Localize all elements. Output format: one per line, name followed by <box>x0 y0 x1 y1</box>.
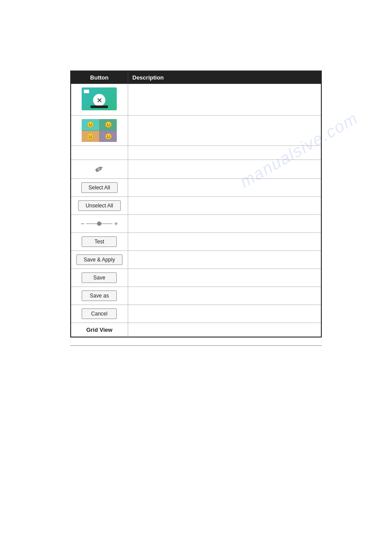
description-cell-2 <box>128 116 321 146</box>
description-cell-5 <box>128 179 321 197</box>
cancel-cell: Cancel <box>71 305 128 323</box>
table-row: 😐 😐 😐 😐 <box>71 116 321 146</box>
select-all-cell: Select All <box>71 179 128 197</box>
grid-view-cell: Grid View <box>71 323 128 337</box>
slider-container: − + <box>73 218 126 229</box>
unselect-all-button[interactable]: Unselect All <box>78 200 121 211</box>
slider-track[interactable] <box>86 223 112 224</box>
table-row: Select All <box>71 179 321 197</box>
col-header-button: Button <box>71 71 128 84</box>
grid-cell-2: 😐 <box>100 119 117 131</box>
slider-cell: − + <box>71 215 128 233</box>
save-apply-cell: Save & Apply <box>71 251 128 269</box>
description-cell-12 <box>128 305 321 323</box>
face-circle: ✕ <box>93 94 105 106</box>
col-header-description: Description <box>128 71 321 84</box>
table-container: Button Description ✕ <box>70 71 322 337</box>
table-row: Test <box>71 233 321 251</box>
save-as-button[interactable]: Save as <box>82 290 117 301</box>
face-icon-1: 😐 <box>87 121 94 128</box>
table-row: Save & Apply <box>71 251 321 269</box>
test-cell: Test <box>71 233 128 251</box>
description-cell-11 <box>128 287 321 305</box>
bottom-divider <box>70 345 322 346</box>
table-row: Save as <box>71 287 321 305</box>
grid-view-label: Grid View <box>86 326 112 333</box>
grid-cell-3: 😐 <box>82 131 99 142</box>
description-cell-8 <box>128 233 321 251</box>
description-cell-9 <box>128 251 321 269</box>
reference-table: Button Description ✕ <box>70 71 322 337</box>
save-apply-button[interactable]: Save & Apply <box>76 254 122 265</box>
description-cell-4 <box>128 160 321 179</box>
table-row: Grid View <box>71 323 321 337</box>
thumbnail-grid-cell: 😐 😐 😐 😐 <box>71 116 128 146</box>
page-wrapper: Button Description ✕ <box>0 0 392 381</box>
table-row: ✏ <box>71 160 321 179</box>
description-cell <box>128 84 321 116</box>
thumbnail-single-cell: ✕ <box>71 84 128 116</box>
unselect-all-cell: Unselect All <box>71 197 128 215</box>
table-row: ✕ <box>71 84 321 116</box>
description-cell-3 <box>128 146 321 160</box>
table-row: Cancel <box>71 305 321 323</box>
face-icon-4: 😐 <box>105 133 112 140</box>
table-row: Unselect All <box>71 197 321 215</box>
cancel-button[interactable]: Cancel <box>82 308 117 319</box>
pen-icon-cell: ✏ <box>71 160 128 179</box>
table-row: − + <box>71 215 321 233</box>
slider-minus-icon: − <box>81 220 84 227</box>
test-button[interactable]: Test <box>82 236 117 247</box>
save-as-cell: Save as <box>71 287 128 305</box>
slider-plus-icon: + <box>114 220 118 227</box>
x-mark: ✕ <box>97 96 102 104</box>
grid-cell-4: 😐 <box>100 131 117 142</box>
table-row <box>71 146 321 160</box>
single-layout-thumbnail: ✕ <box>82 87 117 110</box>
save-cell: Save <box>71 269 128 287</box>
description-cell-10 <box>128 269 321 287</box>
select-all-button[interactable]: Select All <box>81 182 118 193</box>
description-cell-13 <box>128 323 321 337</box>
save-button[interactable]: Save <box>82 272 117 283</box>
table-row: Save <box>71 269 321 287</box>
slider-thumb[interactable] <box>97 221 101 226</box>
face-icon-3: 😐 <box>87 133 94 140</box>
bar <box>90 105 108 108</box>
empty-button-cell <box>71 146 128 160</box>
pen-icon: ✏ <box>93 162 106 176</box>
grid-layout-thumbnail: 😐 😐 😐 😐 <box>82 119 117 142</box>
description-cell-7 <box>128 215 321 233</box>
grid-cell-1: 😐 <box>82 119 99 131</box>
face-icon-2: 😐 <box>105 121 112 128</box>
description-cell-6 <box>128 197 321 215</box>
